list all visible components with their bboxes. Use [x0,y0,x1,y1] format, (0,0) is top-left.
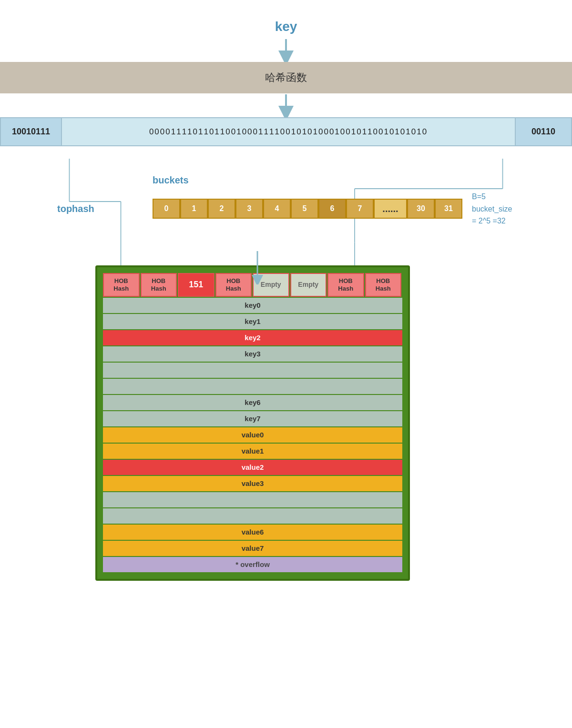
key-row-1: key1 [103,314,402,329]
buckets-section: buckets 0 1 2 3 4 5 6 7 ...... 30 31 [153,175,515,227]
bucket-6: 6 [318,199,346,219]
diagram-area: tophash buckets 0 1 2 3 4 5 6 7 ...... [0,146,572,581]
value-row-3: value3 [103,476,402,491]
key-row-0: key0 [103,298,402,313]
bucket-7: 7 [346,199,374,219]
value-row-1: value1 [103,444,402,459]
bucket-1: 1 [180,199,208,219]
binary-right: 00110 [515,117,572,146]
value-row-6: value6 [103,525,402,540]
tophash-cell-7: HOBHash [365,273,402,297]
bucket-30: 30 [407,199,435,219]
key-row-3: key3 [103,346,402,362]
key-label: key [0,19,572,34]
bucket-5: 5 [291,199,318,219]
page-container: key 哈希函数 10010111 00001111011011 [0,0,572,728]
value-row-7: value7 [103,541,402,556]
tophash-cell-6: HOBHash [327,273,364,297]
overflow-row: * overflow [103,557,402,572]
tophash-cell-5: Empty [290,273,327,297]
arrow-bucket-to-detail [248,251,267,284]
arrow-hash-to-binary [0,93,572,117]
key-row-5 [103,379,402,394]
binary-left: 10010111 [0,117,62,146]
tophash-label: tophash [57,203,124,214]
binary-row: 10010111 0000111101101100100011110010101… [0,117,572,146]
buckets-label: buckets [153,175,515,186]
value-row-0: value0 [103,427,402,443]
bucket-4: 4 [263,199,291,219]
bucket-size-info: bucket_size = 2^5 =32 [472,203,515,227]
key-row-4 [103,363,402,378]
hash-function-box: 哈希函数 [0,62,572,93]
tophash-cell-0: HOBHash [103,273,140,297]
buckets-row: 0 1 2 3 4 5 6 7 ...... 30 31 [153,199,462,219]
tophash-cell-2: 151 [178,273,214,297]
value-row-4 [103,492,402,507]
bucket-0: 0 [153,199,180,219]
bucket-2: 2 [208,199,235,219]
bucket-3: 3 [235,199,263,219]
b-value: B=5 [472,191,515,203]
tophash-cell-1: HOBHash [141,273,177,297]
binary-middle: 0000111101101100100011110010101000100101… [62,117,515,146]
bucket-dots: ...... [374,199,407,219]
value-row-2: value2 [103,460,402,475]
tophash-cell-3: HOBHash [215,273,252,297]
key-row-2: key2 [103,330,402,345]
value-row-5 [103,508,402,524]
bucket-31: 31 [435,199,462,219]
b-info: B=5 bucket_size = 2^5 =32 [472,191,515,227]
key-row-7: key7 [103,411,402,426]
key-row-6: key6 [103,395,402,410]
bucket-detail: HOBHash HOBHash 151 HOBHash Empty Empty … [95,265,410,581]
arrow-key-to-hash [0,38,572,62]
